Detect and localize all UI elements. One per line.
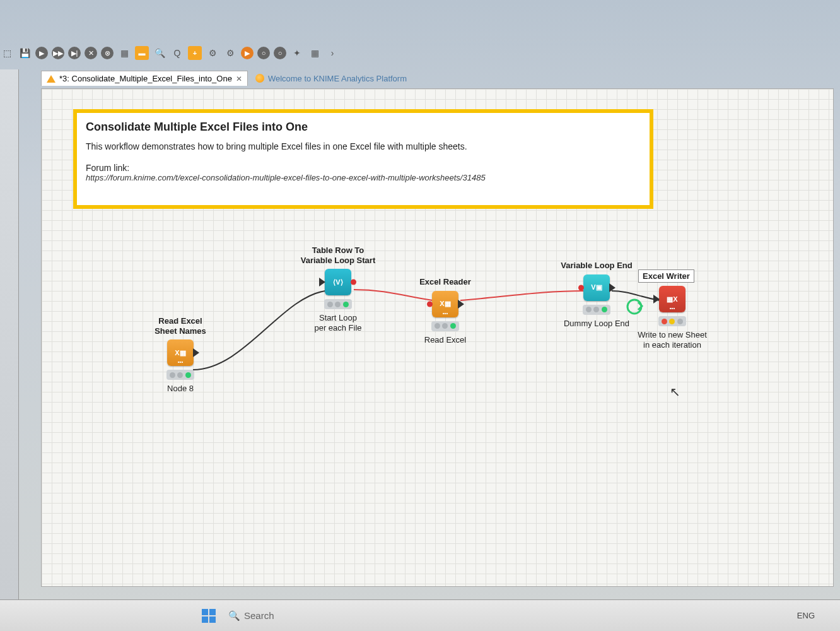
excel-icon: X▦ — [440, 300, 450, 308]
save-icon[interactable]: 💾 — [18, 46, 32, 60]
node-caption: Dummy Loop End — [564, 319, 629, 329]
search-icon[interactable]: Q — [170, 46, 184, 60]
tab-consolidate-workflow[interactable]: *3: Consolidate_Multiple_Excel_Files_int… — [41, 71, 248, 86]
run-icon[interactable]: ▶ — [35, 47, 48, 59]
run-step-icon[interactable]: ▶▶ — [52, 47, 64, 59]
node-title: Variable Loop End — [561, 261, 632, 271]
annotation-excel-writer[interactable]: Excel Writer — [638, 269, 694, 283]
loop-start-icon: ⟨V⟩ — [333, 278, 342, 286]
workflow-canvas[interactable]: Consolidate Multiple Excel Files into On… — [41, 88, 834, 587]
node-icon[interactable]: X▦ ••• — [167, 339, 194, 366]
node-title: Excel Reader — [419, 277, 471, 287]
node-read-excel-sheet-names[interactable]: Read Excel Sheet Names X▦ ••• Node 8 — [130, 316, 231, 394]
node-icon[interactable]: ▦X ••• — [659, 286, 685, 312]
search-placeholder: Search — [244, 610, 274, 621]
stop-icon[interactable]: ✕ — [85, 47, 97, 59]
windows-taskbar: 🔍 Search ENG — [0, 599, 840, 631]
tab-welcome[interactable]: Welcome to KNIME Analytics Platform — [250, 71, 412, 86]
annotation-forum-link: https://forum.knime.com/t/excel-consolid… — [86, 173, 641, 182]
node-excel-writer[interactable]: ▦X ••• Write to new Sheet in each iterat… — [622, 286, 723, 350]
nav-icon-2[interactable]: ○ — [274, 47, 286, 59]
excel-icon: X▦ — [175, 349, 185, 357]
workflow-annotation[interactable]: Consolidate Multiple Excel Files into On… — [73, 109, 653, 209]
node-caption: Start Loop per each File — [314, 313, 361, 333]
node-title: Read Excel Sheet Names — [155, 316, 206, 336]
node-status-traffic — [324, 299, 352, 309]
chevron-right-icon[interactable]: › — [325, 46, 339, 60]
nav-next-icon[interactable]: ▶ — [241, 47, 254, 59]
node-caption: Read Excel — [424, 335, 466, 345]
annotation-icon[interactable]: ▬ — [135, 46, 149, 60]
node-icon[interactable]: ⟨V⟩ — [325, 269, 351, 295]
warning-icon — [47, 75, 55, 83]
node-icon[interactable]: V▣ — [583, 274, 610, 301]
node-excel-reader[interactable]: Excel Reader X▦ ••• Read Excel — [395, 277, 496, 345]
loop-end-icon: V▣ — [591, 283, 602, 292]
editor-tabbar: *3: Consolidate_Multiple_Excel_Files_int… — [41, 69, 412, 87]
main-toolbar: ⬚ 💾 ▶ ▶▶ ▶| ✕ ⊗ ▦ ▬ 🔍 Q + ⚙ ⚙ ▶ ○ ○ ✦ ▦ … — [0, 44, 840, 62]
find-icon[interactable]: 🔍 — [153, 46, 166, 60]
node-icon[interactable]: X▦ ••• — [432, 291, 458, 317]
zoom-fit-icon[interactable]: ⚙ — [223, 46, 237, 60]
annotation-title: Consolidate Multiple Excel Files into On… — [86, 121, 641, 134]
hub-icon[interactable]: ✦ — [290, 46, 304, 60]
zoom-100-icon[interactable]: ⚙ — [206, 46, 219, 60]
annotation-description: This workflow demonstrates how to bring … — [86, 141, 641, 151]
node-variable-loop-start[interactable]: Table Row To Variable Loop Start ⟨V⟩ Sta… — [288, 245, 388, 333]
node-caption: Node 8 — [167, 384, 194, 394]
side-tab-1[interactable] — [0, 69, 3, 77]
node-status-traffic — [583, 305, 610, 315]
grid-icon[interactable]: ▦ — [308, 46, 322, 60]
left-side-panel[interactable] — [0, 69, 19, 631]
excel-write-icon: ▦X — [667, 295, 677, 304]
run-all-icon[interactable]: ▶| — [68, 47, 81, 59]
add-icon[interactable]: + — [188, 46, 202, 60]
tab-label: *3: Consolidate_Multiple_Excel_Files_int… — [59, 74, 232, 83]
node-status-traffic — [431, 321, 459, 331]
layout-icon[interactable]: ▦ — [117, 46, 131, 60]
close-icon[interactable]: ✕ — [236, 74, 242, 83]
node-title: Table Row To Variable Loop Start — [301, 245, 375, 265]
node-status-traffic — [166, 370, 194, 380]
nav-icon-1[interactable]: ○ — [257, 47, 270, 59]
tab-label: Welcome to KNIME Analytics Platform — [268, 74, 407, 83]
node-caption: Write to new Sheet in each iteration — [638, 330, 707, 350]
annotation-forum-label: Forum link: — [86, 163, 641, 173]
mouse-cursor: ↖ — [670, 384, 680, 399]
language-indicator[interactable]: ENG — [797, 611, 815, 620]
search-icon: 🔍 — [228, 610, 240, 622]
reset-icon[interactable]: ⊗ — [101, 47, 114, 59]
node-status-traffic — [658, 316, 686, 326]
taskbar-search[interactable]: 🔍 Search — [228, 610, 274, 622]
globe-icon — [255, 74, 264, 83]
tree-icon[interactable]: ⬚ — [0, 46, 14, 60]
windows-start-button[interactable] — [202, 609, 216, 623]
